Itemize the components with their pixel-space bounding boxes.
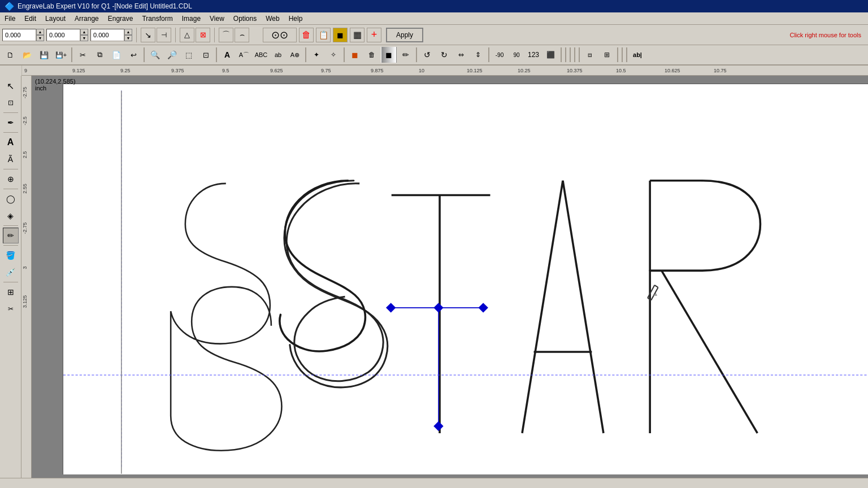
main-toolbar: 🗋 📂 💾 💾+ ✂ ⧉ 📄 ↩ 🔍 🔎 ⬚ ⊡ A A⌒ ABC ab A⊕ … <box>0 45 868 64</box>
transform-tool[interactable]: ⊞ <box>3 284 19 300</box>
svg-text:10.25: 10.25 <box>518 68 531 73</box>
menu-arrange[interactable]: Arrange <box>70 14 103 24</box>
vtool-sep-5 <box>3 225 18 226</box>
menu-view[interactable]: View <box>205 14 229 24</box>
text-tool[interactable]: A <box>3 134 19 150</box>
circle-tool[interactable]: ◯ <box>3 191 19 207</box>
y-spin-buttons: ▲ ▼ <box>80 29 88 41</box>
shape-tool[interactable]: ◈ <box>3 208 19 224</box>
node-tool-2[interactable]: ✧ <box>326 47 341 63</box>
flip-v-button[interactable]: ⇕ <box>470 47 486 63</box>
node-delete-icon[interactable]: ⊠ <box>196 28 210 42</box>
menu-image[interactable]: Image <box>177 14 205 24</box>
small-text-button[interactable]: ab <box>270 47 286 63</box>
canvas-area[interactable]: (10.224,2.585) inch <box>32 76 868 478</box>
mirror-h-button[interactable]: ⇔ <box>453 47 469 63</box>
menu-engrave[interactable]: Engrave <box>103 14 138 24</box>
engrave-1-button[interactable]: ⧈ <box>582 47 598 63</box>
node-add-icon[interactable]: △ <box>180 28 194 42</box>
x-spin-buttons: ▲ ▼ <box>36 29 44 41</box>
zoom-in-button[interactable]: 🔍 <box>147 47 163 63</box>
fill-btn[interactable]: ◼ <box>333 28 348 42</box>
fill-tool[interactable]: 🪣 <box>3 247 19 263</box>
saveas-button[interactable]: 💾+ <box>53 47 69 63</box>
select-tool[interactable]: ↖ <box>3 78 19 94</box>
y-coord-input[interactable] <box>46 29 80 41</box>
delete-btn[interactable]: 🗑 <box>299 28 314 42</box>
svg-text:10.625: 10.625 <box>665 68 680 73</box>
view-all-button[interactable]: ⊡ <box>198 47 214 63</box>
align-icon[interactable]: ⊣ <box>157 28 171 42</box>
cut-button[interactable]: ✂ <box>75 47 90 63</box>
copy-btn[interactable]: 📋 <box>316 28 331 42</box>
canvas-page[interactable] <box>63 84 868 474</box>
curve-icon[interactable]: ⌒ <box>219 28 233 42</box>
node-tool-1[interactable]: ✦ <box>309 47 324 63</box>
z-spin-down[interactable]: ▼ <box>124 35 132 41</box>
rotate-neg90-button[interactable]: -90 <box>492 47 507 63</box>
arrange-button[interactable]: 123 <box>526 47 541 63</box>
apply-button[interactable]: Apply <box>386 28 423 42</box>
svg-text:-2.75: -2.75 <box>22 87 28 99</box>
crop-tool[interactable]: ✂ <box>3 301 19 317</box>
text-button[interactable]: A <box>219 47 235 63</box>
rotate-ccw-button[interactable]: ↺ <box>419 47 435 63</box>
linked-text-button[interactable]: A⊕ <box>287 47 303 63</box>
fill-color-button[interactable]: ◼ <box>347 47 363 63</box>
ruler-vertical: -2.75 -2.5 2.5 2.55 -2.75 3 3.125 <box>21 76 32 478</box>
x-spin-down[interactable]: ▼ <box>36 35 44 41</box>
y-spin-down[interactable]: ▼ <box>80 35 88 41</box>
delete-fill-button[interactable]: 🗑 <box>364 47 380 63</box>
y-spin-up[interactable]: ▲ <box>80 29 88 35</box>
contour-tool[interactable]: ✒ <box>3 115 19 130</box>
line-icon[interactable]: ⌢ <box>235 28 249 42</box>
toolbar-sep-4 <box>305 47 306 62</box>
x-spin-up[interactable]: ▲ <box>36 29 44 35</box>
toolbar-sep-3 <box>216 47 217 62</box>
node-edit-tool[interactable]: ⊡ <box>3 95 19 111</box>
menu-web[interactable]: Web <box>261 14 284 24</box>
rotate-pos90-button[interactable]: 90 <box>509 47 524 63</box>
output-button[interactable]: ⬛ <box>542 47 558 63</box>
undo-button[interactable]: ↩ <box>125 47 141 63</box>
x-coord-input[interactable] <box>2 29 36 41</box>
menu-help[interactable]: Help <box>284 14 307 24</box>
menu-file[interactable]: File <box>0 14 20 24</box>
fit-text-button[interactable]: ABC <box>253 47 269 63</box>
zoom-out-button[interactable]: 🔎 <box>164 47 180 63</box>
svg-text:3: 3 <box>22 266 28 269</box>
arc-text-button[interactable]: A⌒ <box>236 47 252 63</box>
svg-line-44 <box>654 285 658 287</box>
eyedropper-tool[interactable]: 💉 <box>3 264 19 280</box>
letter-t <box>386 195 490 433</box>
paste-special-button[interactable]: 📄 <box>108 47 124 63</box>
text-style-tool[interactable]: Ã <box>3 151 19 167</box>
text-final-button[interactable]: ab| <box>630 47 645 63</box>
canvas-svg <box>63 84 868 474</box>
copy-special-button[interactable]: ⧉ <box>92 47 107 63</box>
pen-button[interactable]: ✏ <box>398 47 414 63</box>
gradient-button[interactable]: ◼ <box>381 47 397 63</box>
new-button[interactable]: 🗋 <box>2 47 18 63</box>
menu-layout[interactable]: Layout <box>41 14 70 24</box>
content-area: ↖ ⊡ ✒ A Ã ⊕ ◯ ◈ ✏ 🪣 💉 ⊞ ✂ -2.75 -2.5 2.5… <box>0 76 868 478</box>
select-all-button[interactable]: ⬚ <box>181 47 197 63</box>
open-button[interactable]: 📂 <box>19 47 35 63</box>
save-button[interactable]: 💾 <box>36 47 52 63</box>
z-coord-input[interactable] <box>90 29 124 41</box>
layout-btn2[interactable]: ▦ <box>350 28 364 42</box>
engrave-path-icon[interactable]: ⊙⊙ <box>263 28 297 42</box>
menu-edit[interactable]: Edit <box>20 14 41 24</box>
toolbar-sep-7 <box>488 47 489 62</box>
menu-transform[interactable]: Transform <box>137 14 177 24</box>
move-icon[interactable]: ↘ <box>141 28 155 42</box>
plus-btn[interactable]: + <box>367 28 381 42</box>
engrave-2-button[interactable]: ⊞ <box>599 47 615 63</box>
pen-tool[interactable]: ✏ <box>3 228 19 243</box>
zoom-tool[interactable]: ⊕ <box>3 171 19 187</box>
menu-options[interactable]: Options <box>229 14 261 24</box>
z-spin-up[interactable]: ▲ <box>124 29 132 35</box>
ruler-horizontal: 9 9.125 9.25 9.375 9.5 9.625 9.75 9.875 … <box>21 66 868 76</box>
letter-s <box>171 181 388 451</box>
rotate-cw-button[interactable]: ↻ <box>436 47 452 63</box>
